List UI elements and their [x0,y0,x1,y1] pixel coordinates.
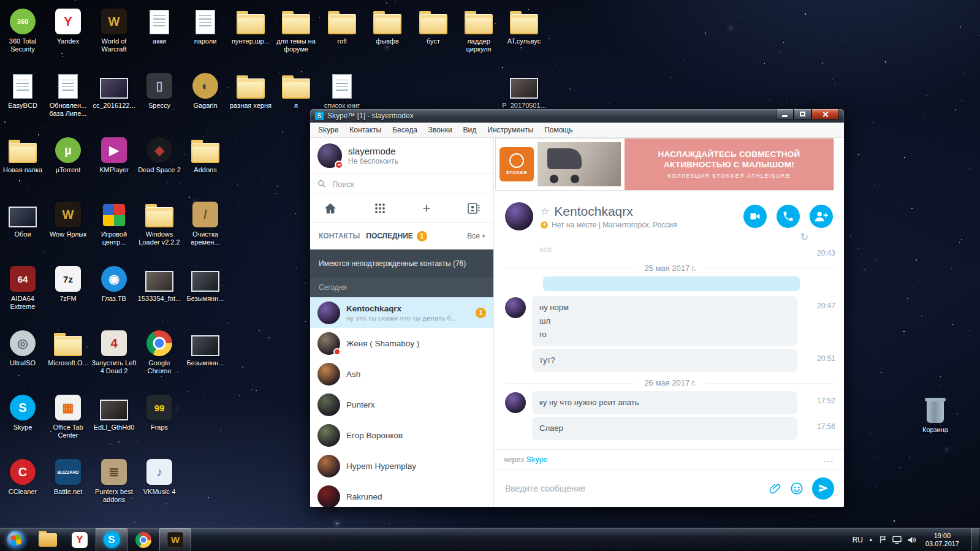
desktop-icon-безымянн[interactable]: Безымянн... [183,325,228,367]
desktop-icon-p-20170501[interactable]: P_20170501... [501,68,547,110]
conversation-options-button[interactable]: ... [824,455,834,464]
desktop-icon-skype[interactable]: SSkype [0,390,45,431]
desktop-icon-wow-ярлык[interactable]: WWow Ярлык [45,197,91,238]
volume-button[interactable] [907,536,916,544]
desktop-icon-punterx-best-addons[interactable]: ≣Punterx best addons [91,454,137,504]
desktop-icon-ат-сульвус[interactable]: АТ,сульвус [501,4,547,45]
dialpad-button[interactable] [374,203,386,214]
message-history[interactable]: все20:4325 мая 2017 г.ну нормшлго20:47ту… [494,242,844,449]
call-button[interactable] [777,205,800,228]
desktop-icon-ccleaner[interactable]: CCCleaner [0,454,45,496]
desktop-icon-rofl[interactable]: rofl [319,4,365,45]
desktop-icon-ладдер-циркуля[interactable]: ладдер циркуля [456,4,501,53]
menu-skype[interactable]: Skype [313,123,344,137]
desktop-icon-глаз-тв[interactable]: ◉Глаз.ТВ [91,261,137,303]
video-call-button[interactable] [743,205,767,228]
desktop-icon-буст[interactable]: буст [411,4,456,45]
desktop-icon-для-темы-на-форуме[interactable]: для темы на форуме [273,4,319,53]
add-button[interactable]: + [422,202,430,215]
tab-contacts[interactable]: КОНТАКТЫ [319,232,360,240]
hidden-icons-arrow[interactable]: ▲ [868,537,873,542]
add-participant-button[interactable] [810,205,833,228]
desktop-icon-aida64-extreme[interactable]: 64AIDA64 Extreme [0,261,45,311]
sync-icon[interactable]: ↻ [800,231,808,243]
taskbar-button-wow[interactable]: W [159,528,191,551]
language-indicator[interactable]: RU [853,536,863,544]
contact-rakruned[interactable]: Rakruned [310,481,493,507]
desktop-icon-addons[interactable]: Addons [183,132,228,174]
desktop-icon-корзина[interactable]: Корзина [913,392,958,434]
contact-kentochkaqrx[interactable]: Kentochkaqrxну это ты скажи что ты делат… [310,297,493,328]
ad-banner[interactable]: STOKKE НАСЛАЖДАЙТЕСЬ СОВМЕСТНОЙ АКТИВНОС… [495,138,834,191]
desktop-icon-пунтер-шр[interactable]: пунтер,шр... [228,4,273,45]
desktop-icon-windows-loader-v2-2-2[interactable]: Windows Loader v2.2.2 [137,197,182,246]
contact-ash[interactable]: Ash [310,359,493,389]
send-button[interactable] [812,477,834,500]
desktop-icon-torrent[interactable]: µµTorrent [45,132,91,174]
taskbar-button-yandex[interactable]: Y [64,528,96,551]
desktop-icon-dead-space-2[interactable]: ◆Dead Space 2 [137,132,182,174]
desktop-icon-speccy[interactable]: ▯Speccy [137,68,182,110]
desktop-icon-google-chrome[interactable]: Google Chrome [137,325,182,375]
emoticon-button[interactable] [790,482,803,495]
desktop-icon-vkmusic-4[interactable]: ♪VKMusic 4 [137,454,182,496]
desktop-icon-kmplayer[interactable]: ▶KMPlayer [91,132,137,174]
desktop-icon-gagarin[interactable]: ◐Gagarin [183,68,228,110]
desktop-icon-новая-папка[interactable]: Новая папка [0,132,45,174]
desktop-icon-battle-net[interactable]: BLIZZARDBattle.net [45,454,91,496]
desktop-icon-обновлен-база-липе[interactable]: Обновлен... база Липе... [45,68,91,118]
taskbar-button-explorer[interactable] [32,528,64,551]
desktop-icon-очистка-времен[interactable]: /Очистка времен... [183,197,228,246]
network-button[interactable] [892,536,902,544]
message-input[interactable] [504,483,761,494]
window-titlebar[interactable]: S Skype™ [1] - slayermodex [310,109,844,123]
unconfirmed-contacts-notice[interactable]: Имеются неподтвержденные контакты (76) [310,249,493,278]
filter-dropdown[interactable]: Все ▾ [467,232,485,240]
desktop-icon-easybcd[interactable]: EasyBCD [0,68,45,110]
desktop-icon-7zfm[interactable]: 7z7zFM [45,261,91,303]
desktop-icon-world-of-warcraft[interactable]: WWorld of Warcraft [91,4,137,53]
contact-женя-shamaboy[interactable]: Женя ( Shamaboy ) [310,328,493,359]
desktop-icon-office-tab-center[interactable]: ▦Office Tab Center [45,390,91,439]
directory-button[interactable] [468,203,480,214]
desktop-icon-акки[interactable]: акки [137,4,182,45]
contact-punterx[interactable]: Punterx [310,389,493,420]
desktop-icon-cc-2016122[interactable]: cc_2016122... [91,68,137,110]
desktop-icon-список-книг[interactable]: список книг [319,68,365,110]
desktop-icon-1533354-fot[interactable]: 1533354_fot... [137,261,182,303]
attach-file-button[interactable] [769,482,781,495]
via-skype-link[interactable]: Skype [526,455,548,464]
search-input[interactable] [331,179,486,189]
desktop-icon-обои[interactable]: Обои [0,197,45,238]
minimize-button[interactable] [776,109,794,120]
desktop-icon-игровой-центр[interactable]: Игровой центр... [91,197,137,246]
tab-recent[interactable]: ПОСЛЕДНИЕ 1 [366,231,427,241]
desktop-icon-yandex[interactable]: YYandex [45,4,91,45]
desktop-icon-360-total-security[interactable]: 360360 Total Security [0,4,45,53]
close-button[interactable] [811,109,839,120]
profile-area[interactable]: slayermode Не беспокоить [310,138,493,173]
taskbar-button-chrome[interactable] [127,528,159,551]
desktop-icon-edli-gthhd0[interactable]: EdLI_GthHd0 [91,390,137,431]
menu-tools[interactable]: Инструменты [482,123,539,137]
menu-help[interactable]: Помощь [539,123,578,137]
contact-hypem-hypemplay[interactable]: Hypem Hypemplay [310,450,493,481]
maximize-button[interactable] [794,109,811,120]
action-center-button[interactable] [879,536,887,544]
menu-contacts[interactable]: Контакты [344,123,387,137]
desktop-icon-разная-херня[interactable]: разная херня [228,68,273,110]
desktop-icon-пароли[interactable]: пароли [183,4,228,45]
desktop-icon-фывфв[interactable]: фывфв [365,4,410,45]
desktop-icon-запустить-left-4-dead-2[interactable]: 4Запустить Left 4 Dead 2 [91,325,137,375]
contact-егор-воронков[interactable]: Егор Воронков [310,420,493,450]
desktop-icon-microsoft-o[interactable]: Microsoft.O... [45,325,91,367]
show-desktop-button[interactable] [971,528,979,551]
desktop-icon-безымянн[interactable]: Безымянн... [183,261,228,303]
taskbar-button-start[interactable] [0,528,32,551]
menu-conversation[interactable]: Беседа [387,123,423,137]
desktop-icon-fraps[interactable]: 99Fraps [137,390,182,431]
favorite-star-icon[interactable]: ☆ [541,205,549,217]
clock[interactable]: 19:00 03.07.2017 [922,532,963,548]
menu-calls[interactable]: Звонки [423,123,458,137]
home-button[interactable] [324,202,337,215]
